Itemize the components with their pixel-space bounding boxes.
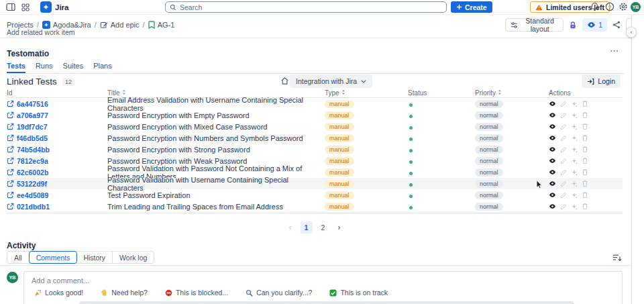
tab-tests[interactable]: Tests xyxy=(7,62,25,73)
test-id-link[interactable]: 74b5d4bb xyxy=(17,146,50,154)
test-id-link[interactable]: 6a447516 xyxy=(17,100,48,108)
sparkle-icon[interactable] xyxy=(570,157,578,164)
edit-pencil-icon[interactable] xyxy=(559,100,567,107)
breadcrumb-projects[interactable]: Projects xyxy=(7,21,34,29)
trash-icon[interactable] xyxy=(581,146,588,153)
trash-icon[interactable] xyxy=(581,111,588,119)
trash-icon[interactable] xyxy=(581,168,588,176)
notifications-bell-icon[interactable] xyxy=(590,2,601,13)
external-link-icon[interactable] xyxy=(7,134,14,142)
edit-pencil-icon[interactable] xyxy=(559,146,567,153)
search-input[interactable]: Search xyxy=(165,1,447,13)
edit-pencil-icon[interactable] xyxy=(559,168,567,176)
lock-icon[interactable] xyxy=(568,18,578,32)
user-avatar[interactable]: YB xyxy=(631,2,641,12)
sparkle-icon[interactable] xyxy=(570,168,578,176)
view-eye-icon[interactable] xyxy=(549,111,556,119)
sparkle-icon[interactable] xyxy=(570,146,578,153)
tab-history[interactable]: History xyxy=(76,252,113,263)
edit-pencil-icon[interactable] xyxy=(559,123,567,130)
test-id-link[interactable]: ee4d5089 xyxy=(17,191,48,199)
quick-reply-chip[interactable]: Need help? xyxy=(101,289,148,297)
tab-comments[interactable]: Comments xyxy=(29,251,78,264)
sparkle-icon[interactable] xyxy=(570,203,578,210)
page-2-button[interactable]: 2 xyxy=(317,221,329,234)
test-id-link[interactable]: f46db5d5 xyxy=(17,134,48,142)
test-id-link[interactable]: 7812ec9a xyxy=(17,157,48,165)
test-id-link[interactable]: a706a977 xyxy=(17,111,48,119)
quick-reply-chip[interactable]: This is blocked... xyxy=(165,289,228,297)
column-id[interactable]: Id xyxy=(7,89,107,97)
trash-icon[interactable] xyxy=(581,134,588,142)
sparkle-icon[interactable] xyxy=(570,134,578,142)
trash-icon[interactable] xyxy=(581,180,588,187)
trash-icon[interactable] xyxy=(581,191,588,199)
help-icon[interactable]: ? xyxy=(605,2,616,13)
tab-runs[interactable]: Runs xyxy=(36,62,53,73)
test-id-link[interactable]: 021dbdb1 xyxy=(17,203,50,211)
external-link-icon[interactable] xyxy=(7,111,14,119)
view-eye-icon[interactable] xyxy=(549,180,556,187)
sort-order-icon[interactable] xyxy=(612,254,622,262)
prev-page-button[interactable]: ‹ xyxy=(285,222,296,233)
quick-reply-chip[interactable]: Can you clarify...? xyxy=(246,289,312,297)
login-button[interactable]: Login xyxy=(582,74,621,88)
app-switcher-icon[interactable] xyxy=(20,2,31,13)
table-row[interactable]: 53122d9f Password Validation with Userna… xyxy=(7,178,623,189)
tab-work-log[interactable]: Work log xyxy=(113,252,154,263)
breadcrumb-issue[interactable]: AG-1 xyxy=(148,21,175,29)
sparkle-icon[interactable] xyxy=(570,191,578,199)
external-link-icon[interactable] xyxy=(7,157,14,164)
table-row[interactable]: 74b5d4bb Password Encryption with Strong… xyxy=(7,144,623,155)
sparkle-icon[interactable] xyxy=(570,123,578,130)
table-row[interactable]: f46db5d5 Password Encryption with Number… xyxy=(7,132,623,144)
sparkle-icon[interactable] xyxy=(570,111,578,119)
edit-pencil-icon[interactable] xyxy=(559,111,567,119)
quick-reply-chip[interactable]: This is on track xyxy=(329,289,388,297)
page-1-button[interactable]: 1 xyxy=(301,221,313,234)
column-priority[interactable]: Priority xyxy=(475,89,543,97)
column-type[interactable]: Type xyxy=(325,89,408,97)
watchers-button[interactable]: 1 xyxy=(582,18,607,32)
sidebar-toggle-icon[interactable] xyxy=(5,2,16,13)
test-id-link[interactable]: 53122d9f xyxy=(17,180,47,188)
collapse-panel-button[interactable]: ‹ xyxy=(626,27,637,38)
comment-input[interactable]: Add a comment... Looks good!Need help?Th… xyxy=(23,271,623,304)
view-eye-icon[interactable] xyxy=(549,100,556,107)
external-link-icon[interactable] xyxy=(7,191,14,199)
breadcrumb-project[interactable]: Agoda&Jira xyxy=(42,21,91,29)
standard-layout-button[interactable]: Standard layout xyxy=(505,18,564,32)
breadcrumb-add-epic[interactable]: Add epic xyxy=(100,21,140,29)
create-button[interactable]: Create xyxy=(451,1,492,13)
trash-icon[interactable] xyxy=(581,123,588,130)
external-link-icon[interactable] xyxy=(7,203,14,210)
tab-plans[interactable]: Plans xyxy=(93,62,112,73)
external-link-icon[interactable] xyxy=(7,100,14,107)
test-id-link[interactable]: 19df7dc7 xyxy=(17,123,48,131)
settings-gear-icon[interactable] xyxy=(619,2,629,13)
sparkle-icon[interactable] xyxy=(570,100,578,107)
view-eye-icon[interactable] xyxy=(549,191,556,199)
external-link-icon[interactable] xyxy=(7,146,14,153)
table-row[interactable]: a706a977 Password Encryption with Empty … xyxy=(7,109,623,121)
quick-reply-chip[interactable]: Looks good! xyxy=(34,289,83,297)
sparkle-icon[interactable] xyxy=(570,180,578,187)
tab-all[interactable]: All xyxy=(7,252,30,263)
home-icon[interactable] xyxy=(280,77,290,86)
share-icon[interactable] xyxy=(611,18,622,32)
view-eye-icon[interactable] xyxy=(549,123,556,130)
column-status[interactable]: Status xyxy=(408,89,475,97)
external-link-icon[interactable] xyxy=(7,180,14,187)
table-row[interactable]: 6a447516 Email Address Validation with U… xyxy=(7,98,623,109)
testomatio-more-button[interactable]: ⋯ xyxy=(607,46,622,57)
edit-pencil-icon[interactable] xyxy=(559,203,567,210)
test-id-link[interactable]: 62c6002b xyxy=(17,168,48,176)
view-eye-icon[interactable] xyxy=(549,157,556,164)
external-link-icon[interactable] xyxy=(7,123,14,130)
edit-pencil-icon[interactable] xyxy=(559,157,567,164)
integration-dropdown[interactable]: Integration with Jira xyxy=(290,74,372,88)
table-row[interactable]: ee4d5089 Test Password Expiration manual… xyxy=(7,189,623,201)
edit-pencil-icon[interactable] xyxy=(559,134,567,142)
table-row[interactable]: 021dbdb1 Trim Leading and Trailing Space… xyxy=(7,201,623,212)
view-eye-icon[interactable] xyxy=(549,203,556,210)
